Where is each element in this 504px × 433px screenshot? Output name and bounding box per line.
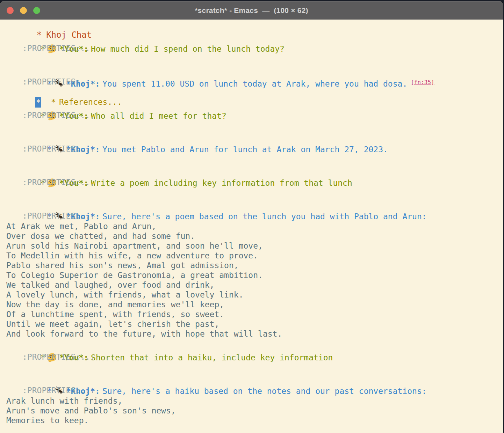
blank-line [6, 154, 503, 164]
org-heading-khoj-message-4[interactable]: **Khoj*:Sure, here's a haiku based on th… [6, 372, 503, 385]
message-text: Sure, here's a haiku based on the notes … [102, 387, 427, 396]
minimize-button[interactable] [20, 7, 27, 14]
poem-line: We talked and laughed, over food and dri… [6, 280, 503, 290]
poem-line: And look forward to the future, with hop… [6, 329, 503, 339]
org-heading-khoj-message-1[interactable]: **Khoj*:You spent 11.00 USD on lunch tod… [6, 64, 503, 76]
org-heading-khoj-chat[interactable]: *Khoj Chat [6, 20, 503, 30]
message-text: How much did I spend on the lunch today? [91, 44, 285, 53]
poem-line: Of a lunchtime spent, with friends, so s… [6, 309, 503, 319]
org-heading-khoj-message-2[interactable]: **Khoj*:You met Pablo and Arun for lunch… [6, 131, 503, 143]
poem-line: Pablo shared his son's news, Amal got ad… [6, 260, 503, 270]
titlebar[interactable]: *scratch* - Emacs — (100 × 62) [0, 1, 503, 20]
message-text: You spent 11.00 USD on lunch today at Ar… [102, 79, 407, 88]
poem-line: At Arak we met, Pablo and Arun, [6, 221, 503, 231]
footnote-link[interactable]: [fn:35] [411, 79, 434, 86]
org-star-icon: * [37, 30, 42, 40]
haiku-line: Memories to keep. [6, 416, 503, 425]
window-title: *scratch* - Emacs — (100 × 62) [195, 6, 308, 15]
poem-line: A lovely lunch, with friends, what a lov… [6, 290, 503, 300]
properties-drawer[interactable]: :PROPERTIES:... [6, 110, 503, 121]
poem-line: To Medellin with his wife, a new adventu… [6, 251, 503, 260]
poem-line: Now the day is done, and memories we'll … [6, 300, 503, 309]
zoom-button[interactable] [33, 7, 40, 14]
doc-title: Khoj Chat [46, 30, 92, 40]
message-text: You met Pablo and Arun for lunch at Arak… [102, 145, 388, 154]
blank-line [6, 362, 503, 372]
message-text: Sure, here's a poem based on the lunch y… [102, 212, 427, 221]
message-text: Shorten that into a haiku, include key i… [91, 353, 333, 362]
close-button[interactable] [7, 7, 14, 14]
org-heading-khoj-message-3[interactable]: **Khoj*:Sure, here's a poem based on the… [6, 198, 503, 210]
message-text: Who all did I meet for that? [91, 111, 226, 120]
org-heading-you-message-4[interactable]: **You*:Shorten that into a haiku, includ… [6, 339, 503, 351]
traffic-lights [7, 1, 40, 20]
haiku-line: Arak lunch with friends, [6, 396, 503, 406]
message-text: Write a poem including key information f… [91, 178, 352, 188]
scratch-buffer[interactable]: *Khoj Chat **You*:How much did I spend o… [0, 20, 503, 433]
text-cursor: * [35, 97, 41, 108]
poem-line: Over dosa we chatted, and had some fun. [6, 231, 503, 241]
poem-line: Until we meet again, let's cherish the p… [6, 319, 503, 329]
emacs-window: *scratch* - Emacs — (100 × 62) *Khoj Cha… [0, 1, 503, 433]
org-heading-you-message-3[interactable]: **You*:Write a poem including key inform… [6, 164, 503, 177]
references-label: References... [59, 97, 122, 107]
blank-line [6, 188, 503, 198]
blank-line [6, 121, 503, 131]
poem-line: To Colegio Superior de Gastronomia, a gr… [6, 270, 503, 280]
org-heading-references[interactable]: **References... [6, 87, 503, 97]
poem-line: Arun sold his Nairobi apartment, and soo… [6, 241, 503, 251]
blank-line [6, 54, 503, 64]
org-star-icon: * [51, 97, 56, 107]
haiku-line: Arun's move and Pablo's son's news, [6, 406, 503, 416]
